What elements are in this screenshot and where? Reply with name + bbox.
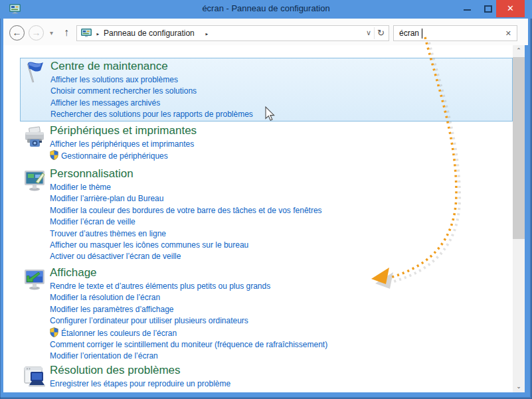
search-input[interactable]: écran ✕ <box>393 25 517 41</box>
task-link[interactable]: Rendre le texte et d’autres éléments plu… <box>50 281 513 292</box>
scroll-down-icon[interactable]: ⌄ <box>513 381 525 392</box>
troubleshooting-icon <box>23 365 46 389</box>
task-link[interactable]: Comment corriger le scintillement du mon… <box>50 339 513 351</box>
section-personnalisation: Personnalisation Modifier le thème Modif… <box>20 166 513 263</box>
task-link[interactable]: Choisir comment rechercher les solutions <box>50 86 512 97</box>
explorer-window: écran - Panneau de configuration ✕ ← → ▾… <box>0 0 532 399</box>
task-link[interactable]: Modifier la résolution de l’écran <box>50 292 513 303</box>
task-link[interactable]: Modifier l’arrière-plan du Bureau <box>50 193 513 204</box>
breadcrumb-control-panel[interactable]: Panneau de configuration <box>104 29 195 38</box>
breadcrumb-separator-icon[interactable]: ▶ <box>206 32 209 36</box>
section-title[interactable]: Centre de maintenance <box>50 60 512 73</box>
task-link[interactable]: Modifier le thème <box>50 182 513 193</box>
task-link[interactable]: Afficher les messages archivés <box>50 98 512 109</box>
forward-button[interactable]: → <box>29 25 44 40</box>
text-caret <box>422 29 422 39</box>
titlebar: écran - Panneau de configuration ✕ <box>0 0 532 19</box>
section-title[interactable]: Résolution des problèmes <box>50 364 513 377</box>
scrollbar-thumb[interactable] <box>513 57 525 239</box>
address-bar[interactable]: ▶ Panneau de configuration ▶ ∨ ↻ <box>76 25 389 41</box>
task-link[interactable]: Trouver d’autres thèmes en ligne <box>50 228 513 240</box>
section-affichage: Affichage Rendre le texte et d’autres él… <box>20 265 513 362</box>
vertical-scrollbar[interactable]: ⌃ ⌄ <box>513 45 525 392</box>
display-monitor-icon <box>23 268 46 291</box>
task-link[interactable]: Enregistrer les étapes pour reproduire u… <box>50 378 513 390</box>
personalization-monitor-icon <box>23 169 46 193</box>
back-button[interactable]: ← <box>9 25 25 40</box>
breadcrumb-separator-icon: ▶ <box>97 32 100 36</box>
section-centre-de-maintenance: Centre de maintenance Afficher les solut… <box>20 58 513 121</box>
section-resolution-des-problemes: Résolution des problèmes Enregistrer les… <box>20 362 513 390</box>
clear-search-icon[interactable]: ✕ <box>505 29 511 38</box>
task-link[interactable]: Rechercher des solutions pour les rappor… <box>50 109 512 120</box>
close-button[interactable]: ✕ <box>496 0 525 17</box>
maximize-button[interactable] <box>484 5 492 13</box>
window-title: écran - Panneau de configuration <box>0 3 532 13</box>
search-query-text: écran <box>399 29 419 38</box>
task-link[interactable]: Afficher les solutions aux problèmes <box>50 74 512 86</box>
task-link[interactable]: Afficher ou masquer les icônes communes … <box>50 240 513 251</box>
task-link[interactable]: Afficher les périphériques et imprimante… <box>50 139 513 150</box>
task-link[interactable]: Configurer l’ordinateur pour utiliser pl… <box>50 315 513 327</box>
results-panel: Centre de maintenance Afficher les solut… <box>3 45 525 392</box>
history-dropdown-icon[interactable]: ▾ <box>50 29 53 37</box>
uac-shield-icon <box>50 327 58 337</box>
section-title[interactable]: Périphériques et imprimantes <box>50 124 513 137</box>
task-link[interactable]: Modifier la couleur des bordures de votr… <box>50 205 513 216</box>
address-dropdown-icon[interactable]: ∨ <box>366 29 371 37</box>
section-title[interactable]: Personnalisation <box>50 167 513 181</box>
task-link-admin[interactable]: Gestionnaire de périphériques <box>50 150 513 162</box>
minimize-button[interactable] <box>464 9 471 11</box>
printer-devices-icon <box>23 125 46 149</box>
task-link-admin[interactable]: Étalonner les couleurs de l’écran <box>50 327 513 339</box>
refresh-icon[interactable]: ↻ <box>377 28 385 38</box>
section-peripheriques-et-imprimantes: Périphériques et imprimantes Afficher le… <box>20 123 513 163</box>
section-title[interactable]: Affichage <box>50 266 513 279</box>
address-bar-divider <box>374 27 375 39</box>
flag-icon <box>23 60 46 84</box>
task-link[interactable]: Activer ou désactiver l’écran de veille <box>50 251 513 262</box>
task-link[interactable]: Modifier l’orientation de l’écran <box>50 351 513 362</box>
up-button[interactable]: ↑ <box>64 27 69 39</box>
scroll-up-icon[interactable]: ⌃ <box>513 45 525 56</box>
control-panel-breadcrumb-icon <box>81 29 92 38</box>
uac-shield-icon <box>50 150 58 160</box>
task-link[interactable]: Modifier les paramètres d’affichage <box>50 304 513 315</box>
task-link[interactable]: Modifier l’écran de veille <box>50 216 513 228</box>
